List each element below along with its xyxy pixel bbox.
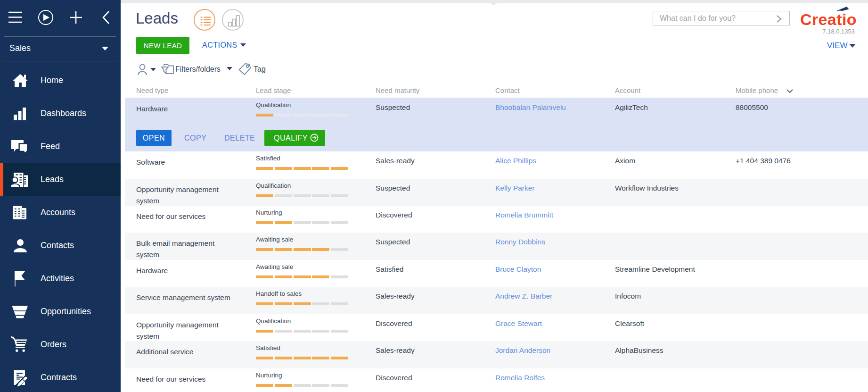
- svg-text:Creatio: Creatio: [800, 10, 856, 28]
